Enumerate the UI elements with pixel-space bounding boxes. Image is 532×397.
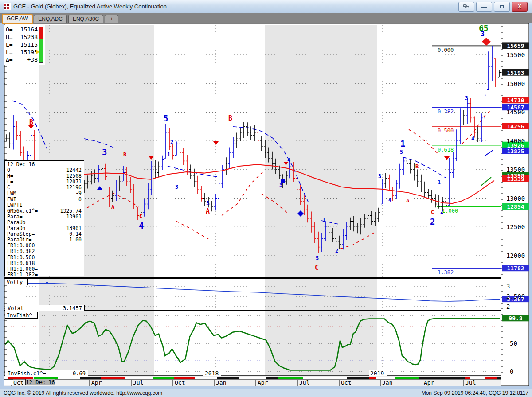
svg-text:5: 5 (316, 255, 319, 261)
svg-text:C: C (431, 209, 434, 215)
data-window-row: Para=13901 (7, 214, 82, 220)
data-window-row: FR1:1.000= (7, 266, 82, 272)
svg-text:12000: 12000 (506, 252, 525, 259)
svg-text:15500: 15500 (506, 51, 525, 58)
quote-panel: O=15164H=15238L=15115L=15193Δ=+38 (4, 25, 45, 65)
minimize-icon (481, 7, 487, 8)
data-window-row: EWI=0 (7, 197, 82, 202)
svg-text:A: A (206, 207, 210, 215)
svg-text:0: 0 (510, 368, 513, 375)
svg-text:15659: 15659 (507, 43, 524, 49)
svg-text:2: 2 (440, 209, 443, 215)
data-window: 12 Dec 16 O=12442H=12508L=12071C=12196EW… (4, 160, 84, 276)
app-icon (4, 3, 11, 10)
svg-text:4: 4 (287, 157, 290, 163)
volat-value: 3.1457 (63, 305, 82, 311)
restore-button[interactable] (494, 2, 510, 12)
svg-text:13825: 13825 (507, 148, 524, 155)
svg-text:2.367: 2.367 (507, 296, 524, 303)
window-title: GCE - Gold (Globex), Equalized Active We… (13, 3, 167, 10)
close-button[interactable]: X (512, 2, 528, 12)
svg-text:3: 3 (506, 283, 510, 290)
invfish-c1-value: 0.69 (73, 370, 86, 377)
svg-text:Jul: Jul (466, 379, 476, 386)
svg-text:3: 3 (465, 95, 468, 101)
svg-text:5: 5 (400, 149, 403, 155)
svg-text:13000: 13000 (506, 195, 525, 202)
svg-text:C: C (315, 264, 319, 272)
svg-text:2018: 2018 (205, 370, 219, 377)
quote-row: H=15238 (6, 33, 38, 41)
quote-row: L=15193 (6, 48, 38, 56)
svg-text:Apr: Apr (424, 379, 434, 386)
restore-icon (500, 5, 504, 8)
volat-label: Volat= (8, 305, 27, 311)
svg-text:3: 3 (279, 182, 282, 188)
svg-text:2: 2 (430, 217, 435, 226)
data-window-row: EWM=-9 (7, 191, 82, 196)
svg-text:0.382: 0.382 (438, 109, 454, 115)
svg-text:Jan: Jan (382, 379, 392, 386)
svg-text:13339: 13339 (507, 176, 524, 183)
invfish-panel-label: InvFish^ (5, 312, 38, 319)
tab-enq-adc[interactable]: ENQ,ADC (34, 15, 67, 23)
add-tab-button[interactable]: + (105, 15, 118, 23)
data-window-row: FR1:0.382= (7, 249, 82, 254)
status-bar: CQG Inc. © 2019 All rights reserved worl… (0, 389, 532, 397)
axis-date-tooltip: 12 Dec 16 (25, 379, 55, 385)
svg-text:A: A (406, 198, 410, 204)
svg-text:11782: 11782 (507, 265, 524, 272)
svg-text:1: 1 (167, 152, 170, 158)
svg-text:B: B (415, 163, 419, 170)
svg-text:4: 4 (388, 197, 391, 203)
svg-text:15193: 15193 (507, 70, 524, 76)
svg-text:Apr: Apr (258, 379, 268, 386)
tab-bar: GCE,AW ENQ,ADC ENQ,A30C + (0, 13, 532, 23)
svg-text:1.382: 1.382 (438, 269, 454, 276)
svg-text:A: A (111, 204, 115, 210)
data-window-row: FR1:0.618= (7, 261, 82, 266)
svg-text:3: 3 (175, 184, 178, 190)
svg-text:Oct: Oct (175, 379, 185, 386)
quote-row: L=15115 (6, 41, 38, 48)
svg-text:15000: 15000 (506, 80, 525, 87)
gauge-arrow-icon (36, 49, 39, 54)
svg-text:0.000: 0.000 (438, 47, 454, 53)
price-gauge (39, 27, 43, 63)
tab-gce-aw[interactable]: GCE,AW (2, 14, 32, 23)
svg-text:50: 50 (510, 340, 517, 347)
svg-text:14587: 14587 (507, 104, 524, 111)
link-button[interactable] (458, 2, 474, 12)
svg-text:3: 3 (378, 173, 381, 179)
svg-text:14256: 14256 (507, 123, 524, 130)
svg-text:B: B (29, 118, 33, 126)
svg-text:Jul: Jul (133, 379, 143, 386)
volty-panel-label: Volty (5, 279, 28, 285)
gauge-red-zone (39, 27, 43, 39)
svg-text:0.500: 0.500 (438, 128, 454, 134)
svg-text:1: 1 (400, 139, 405, 148)
svg-text:Oct: Oct (13, 379, 23, 386)
quote-row: Δ=+38 (6, 56, 38, 63)
title-bar: GCE - Gold (Globex), Equalized Active We… (0, 0, 532, 13)
svg-text:65: 65 (479, 23, 489, 33)
svg-text:3: 3 (102, 147, 107, 157)
svg-text:12854: 12854 (507, 203, 524, 210)
svg-text:4: 4 (139, 221, 144, 230)
svg-text:2019: 2019 (370, 370, 384, 377)
minimize-button[interactable] (476, 2, 492, 12)
svg-text:4: 4 (471, 136, 474, 142)
tab-enq-a30c[interactable]: ENQ,A30C (68, 15, 103, 23)
close-icon: X (518, 4, 521, 9)
svg-text:0.618: 0.618 (438, 147, 454, 153)
svg-text:1.000: 1.000 (442, 208, 458, 214)
svg-text:2: 2 (506, 303, 510, 310)
invfish-readout: InvFish.c1^= 0.69 (5, 370, 88, 377)
invfish-c1-label: InvFish.c1^= (8, 370, 46, 377)
data-window-rows: O=12442H=12508L=12071C=12196EWM=-9EWI=0E… (7, 167, 82, 278)
chain-icon (463, 4, 470, 9)
svg-text:2: 2 (335, 248, 338, 254)
scrollbar-thumb[interactable] (4, 379, 13, 385)
svg-text:5: 5 (163, 113, 168, 123)
data-window-row: GM56x.c1^=1325.74 (7, 208, 82, 214)
